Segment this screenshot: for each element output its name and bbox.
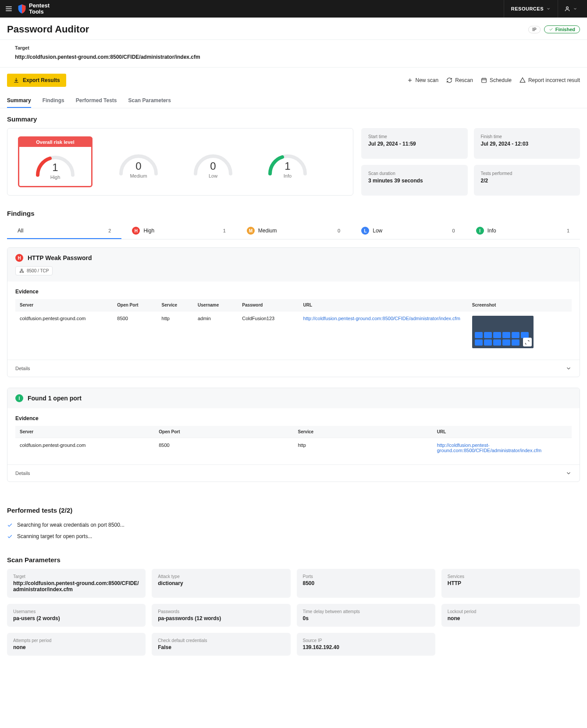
performed-tests-list: Searching for weak credentials on port 8… [7, 519, 580, 542]
findings-tab-info[interactable]: IInfo 1 [466, 222, 580, 239]
cell-server: coldfusion.pentest-ground.com [15, 311, 113, 353]
performed-heading: Performed tests (2/2) [7, 507, 580, 514]
th-screenshot: Screenshot [468, 299, 572, 311]
risk-gauges-card: Overall risk level 1 High 0 Medium 0 Low… [7, 128, 353, 196]
info-tests: Tests performed 2/2 [474, 165, 580, 196]
summary-heading: Summary [7, 115, 580, 123]
param-card: Source IP139.162.192.40 [297, 633, 435, 656]
rescan-button[interactable]: Rescan [446, 77, 473, 83]
new-scan-button[interactable]: New scan [407, 77, 439, 83]
export-results-button[interactable]: Export Results [7, 74, 66, 87]
svg-rect-10 [21, 269, 22, 270]
resources-dropdown[interactable]: RESOURCES [504, 0, 558, 18]
cell-port: 8500 [154, 438, 293, 458]
check-icon [7, 534, 13, 539]
gauge-low-value: 0 [210, 160, 216, 172]
top-bar: PentestTools RESOURCES [0, 0, 587, 18]
gauge-medium-label: Medium [130, 173, 147, 178]
cell-password: ColdFusion123 [238, 311, 299, 353]
param-value: none [448, 615, 574, 621]
gauge-info-label: Info [284, 173, 292, 178]
th-port: Open Port [113, 299, 157, 311]
screenshot-thumbnail[interactable] [472, 316, 534, 348]
main-tabs: Summary Findings Performed Tests Scan Pa… [0, 93, 587, 108]
finding-title: Found 1 open port [28, 395, 82, 402]
param-card: Lockout periodnone [441, 604, 580, 627]
severity-badge-icon: H [15, 254, 23, 262]
param-value: none [13, 644, 139, 650]
param-label: Attack type [158, 574, 284, 579]
user-menu[interactable] [558, 0, 583, 18]
evidence-label: Evidence [15, 289, 572, 295]
param-value: 0s [303, 615, 429, 621]
gauge-high-value: 1 [52, 161, 58, 174]
cell-port: 8500 [113, 311, 157, 353]
plus-icon [407, 77, 413, 83]
param-label: Lockout period [448, 609, 574, 614]
gauge-high: 1 High [27, 146, 84, 180]
tab-summary[interactable]: Summary [7, 93, 31, 108]
brand-bottom: Tools [29, 8, 44, 15]
svg-rect-6 [482, 79, 487, 82]
param-label: Passwords [158, 609, 284, 614]
cell-url-link[interactable]: http://coldfusion.pentest-ground.com:850… [303, 316, 460, 321]
rescan-label: Rescan [455, 77, 473, 83]
check-icon [7, 522, 13, 528]
menu-icon[interactable] [4, 4, 14, 14]
list-item: Searching for weak credentials on port 8… [7, 519, 580, 531]
chevron-down-icon [546, 7, 551, 11]
param-card: ServicesHTTP [441, 569, 580, 598]
param-card: Passwordspa-passwords (12 words) [152, 604, 290, 627]
finding-header: I Found 1 open port [7, 388, 580, 408]
cell-service: http [157, 311, 193, 353]
cell-server: coldfusion.pentest-ground.com [15, 438, 154, 458]
tab-performed-tests[interactable]: Performed Tests [76, 93, 117, 108]
evidence-label: Evidence [15, 415, 572, 421]
findings-tab-medium[interactable]: MMedium 0 [236, 222, 351, 239]
user-icon [564, 6, 570, 12]
param-label: Ports [303, 574, 429, 579]
findings-tab-all[interactable]: All 2 [7, 222, 121, 239]
details-toggle[interactable]: Details [7, 464, 580, 482]
brand-logo[interactable]: PentestTools [18, 3, 50, 15]
svg-rect-11 [20, 271, 21, 272]
findings-tab-high[interactable]: HHigh 1 [121, 222, 236, 239]
gauge-medium: 0 Medium [110, 145, 167, 178]
param-card: Targethttp://coldfusion.pentest-ground.c… [7, 569, 146, 598]
param-label: Source IP [303, 638, 429, 643]
param-card: Check default credentialsFalse [152, 633, 290, 656]
param-card: Time delay between attempts0s [297, 604, 435, 627]
schedule-label: Schedule [490, 77, 512, 83]
status-text: Finished [555, 27, 575, 32]
refresh-icon [446, 77, 452, 83]
details-toggle[interactable]: Details [7, 360, 580, 377]
action-bar: Export Results New scan Rescan Schedule … [0, 68, 587, 93]
tab-findings[interactable]: Findings [43, 93, 64, 108]
network-icon [19, 268, 24, 273]
th-service: Service [294, 426, 433, 438]
gauge-low: 0 Low [185, 145, 242, 178]
schedule-button[interactable]: Schedule [481, 77, 512, 83]
finding-title: HTTP Weak Password [28, 254, 92, 261]
list-item: Scanning target for open ports... [7, 531, 580, 542]
overall-risk-label: Overall risk level [18, 137, 92, 147]
gauge-high-label: High [50, 175, 60, 180]
page-title: Password Auditor [7, 24, 89, 35]
findings-filter-tabs: All 2 HHigh 1 MMedium 0 LLow 0 IInfo 1 [7, 222, 580, 239]
cell-username: admin [193, 311, 238, 353]
report-incorrect-button[interactable]: Report incorrect result [519, 77, 580, 83]
tab-scan-parameters[interactable]: Scan Parameters [128, 93, 171, 108]
status-badge: Finished [544, 25, 580, 33]
evidence-table: Server Open Port Service Username Passwo… [15, 299, 572, 353]
param-value: pa-passwords (12 words) [158, 615, 284, 621]
param-value: False [158, 644, 284, 650]
info-start-time: Start time Jul 29, 2024 - 11:59 [361, 128, 468, 159]
cell-url-link[interactable]: http://coldfusion.pentest-ground.com:850… [437, 443, 541, 453]
expand-icon[interactable] [523, 338, 532, 346]
shield-icon [18, 4, 26, 14]
param-value: HTTP [448, 580, 574, 586]
details-label: Details [15, 366, 30, 371]
findings-tab-low[interactable]: LLow 0 [351, 222, 465, 239]
th-server: Server [15, 426, 154, 438]
target-box: Target http://coldfusion.pentest-ground.… [0, 39, 587, 68]
